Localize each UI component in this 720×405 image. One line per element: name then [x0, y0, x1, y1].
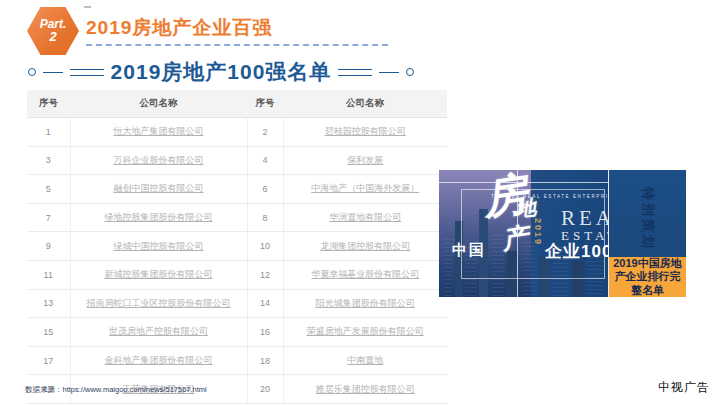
- decor-line-right: [379, 72, 399, 73]
- company-link[interactable]: 龙湖集团控股有限公司: [320, 241, 410, 251]
- col-header-rank-2: 序号: [247, 90, 283, 118]
- rank-cell: 9: [27, 232, 70, 261]
- year-vertical-label: 2019: [533, 218, 543, 246]
- calligraphy-di: 地: [515, 197, 537, 219]
- table-row: 11 新城控股集团股份有限公司 12 华夏幸福基业股份有限公司: [27, 260, 447, 289]
- decor-double-line-right: [338, 69, 372, 76]
- company-link[interactable]: 绿地控股集团股份有限公司: [105, 212, 213, 222]
- slide: Part. 2 2019房地产企业百强 2019房地产100强名单 序号 公司名…: [0, 0, 720, 405]
- company-link[interactable]: 融创中国控股有限公司: [114, 183, 204, 193]
- company-link[interactable]: 保利发展: [347, 155, 383, 165]
- company-link[interactable]: 中海地产（中国海外发展）: [311, 183, 419, 193]
- company-link[interactable]: 中南置地: [347, 355, 383, 365]
- col-header-company-1: 公司名称: [70, 90, 247, 118]
- table-row: 5 融创中国控股有限公司 6 中海地产（中国海外发展）: [27, 175, 447, 204]
- decor-circle-right: [406, 68, 414, 76]
- table-row: 17 金科地产集团股份有限公司 18 中南置地: [27, 346, 447, 375]
- rank-cell: 1: [27, 118, 70, 147]
- company-link[interactable]: 恒大地产集团有限公司: [114, 126, 204, 136]
- rank-cell: 15: [27, 318, 70, 347]
- decor-double-line-left: [70, 69, 104, 76]
- company-link[interactable]: 碧桂园控股有限公司: [325, 126, 406, 136]
- table-row: 9 绿城中国控股有限公司 10 龙湖集团控股有限公司: [27, 232, 447, 261]
- company-link[interactable]: 阳光城集团股份有限公司: [316, 298, 415, 308]
- decor-line-left: [43, 72, 63, 73]
- part-badge: Part. 2: [27, 5, 79, 57]
- dashed-underline: [86, 44, 388, 46]
- table-row: 7 绿地控股集团股份有限公司 8 华润置地有限公司: [27, 203, 447, 232]
- part-number: 2: [49, 30, 56, 44]
- company-link[interactable]: 世茂房地产控股有限公司: [109, 326, 208, 336]
- company-link[interactable]: 新城控股集团股份有限公司: [105, 269, 213, 279]
- section-title-row: 2019房地产100强名单: [25, 57, 417, 87]
- rank-cell: 11: [27, 260, 70, 289]
- table-row: 15 世茂房地产控股有限公司 16 荣盛房地产发展股份有限公司: [27, 318, 447, 347]
- rank-cell: 13: [27, 289, 70, 318]
- special-plan-label: 特别策划: [639, 187, 657, 251]
- rank-cell: 4: [247, 146, 283, 175]
- promo-image: TOP 100 REAL ESTATE ENTERPRISES 房 地 产 中国…: [439, 170, 686, 297]
- rank-cell: 2: [247, 118, 283, 147]
- table-row: 1 恒大地产集团有限公司 2 碧桂园控股有限公司: [27, 118, 447, 147]
- watermark-label: 中视广告: [658, 379, 710, 396]
- company-link[interactable]: 招商局蛇口工业区控股股份有限公司: [87, 298, 231, 308]
- rank-cell: 10: [247, 232, 283, 261]
- company-link[interactable]: 万科企业股份有限公司: [114, 155, 204, 165]
- rank-cell: 20: [247, 375, 283, 404]
- calligraphy-chan: 产: [500, 223, 529, 252]
- rank-cell: 14: [247, 289, 283, 318]
- company-link[interactable]: 绿城中国控股有限公司: [114, 241, 204, 251]
- table-header-row: 序号 公司名称 序号 公司名称: [27, 90, 447, 118]
- promo-badge: 2019中国房地产企业排行完整名单: [609, 257, 686, 297]
- china-label: 中国: [452, 241, 486, 260]
- rank-cell: 8: [247, 203, 283, 232]
- rank-cell: 16: [247, 318, 283, 347]
- side-label-wrap: 特别策划: [609, 182, 686, 256]
- decor-circle-left: [28, 68, 36, 76]
- page-title: 2019房地产企业百强: [86, 15, 272, 41]
- rank-cell: 5: [27, 175, 70, 204]
- rank-cell: 7: [27, 203, 70, 232]
- table-row: 3 万科企业股份有限公司 4 保利发展: [27, 146, 447, 175]
- rank-cell: 17: [27, 346, 70, 375]
- company-link[interactable]: 金科地产集团股份有限公司: [105, 355, 213, 365]
- rank-cell: 3: [27, 146, 70, 175]
- rank-cell: 18: [247, 346, 283, 375]
- rank-cell: 12: [247, 260, 283, 289]
- section-title: 2019房地产100强名单: [111, 58, 332, 86]
- table-row: 13 招商局蛇口工业区控股股份有限公司 14 阳光城集团股份有限公司: [27, 289, 447, 318]
- col-header-rank-1: 序号: [27, 90, 70, 118]
- company-link[interactable]: 华夏幸福基业股份有限公司: [311, 269, 419, 279]
- rank-cell: 6: [247, 175, 283, 204]
- col-header-company-2: 公司名称: [283, 90, 447, 118]
- company-link[interactable]: 荣盛房地产发展股份有限公司: [307, 326, 424, 336]
- ranking-table: 序号 公司名称 序号 公司名称 1 恒大地产集团有限公司 2 碧桂园控股有限公司…: [27, 90, 447, 404]
- company-link[interactable]: 华润置地有限公司: [329, 212, 401, 222]
- company-link[interactable]: 雅居乐集团控股有限公司: [316, 384, 415, 394]
- data-source-note: 数据来源：https://www.maigoo.com/news/517567.…: [25, 385, 207, 395]
- decor-dash: [84, 6, 91, 8]
